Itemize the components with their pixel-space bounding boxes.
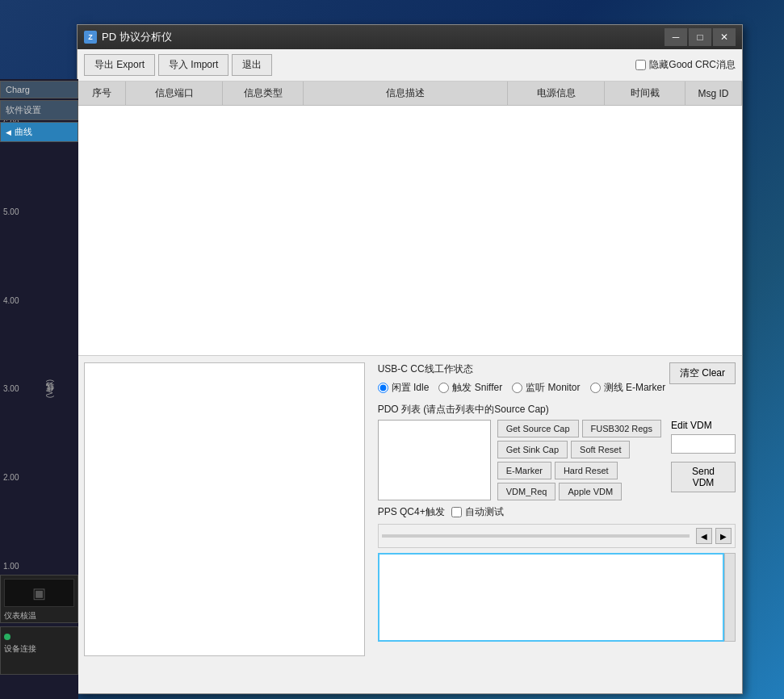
col-time: 时间截 xyxy=(605,82,685,105)
right-controls: USB-C CC线工作状态 闲置 Idle 触发 Sniffer 监听 Moni… xyxy=(371,356,742,663)
edit-vdm-section: Edit VDM Send VDM xyxy=(671,420,736,500)
device-connect-panel: 设备连接 xyxy=(0,626,78,675)
get-sink-cap-button[interactable]: Get Sink Cap xyxy=(497,441,568,458)
get-source-cap-button[interactable]: Get Source Cap xyxy=(497,420,579,437)
triangle-icon: ◀ xyxy=(6,128,11,136)
bottom-panel: USB-C CC线工作状态 闲置 Idle 触发 Sniffer 监听 Moni… xyxy=(78,356,742,663)
fusb302-regs-button[interactable]: FUSB302 Regs xyxy=(582,420,661,437)
bottom-small-panels: ▣ 仪表核温 设备连接 xyxy=(0,575,78,675)
maximize-button[interactable]: □ xyxy=(689,28,711,46)
y-value-3: 3.00 xyxy=(3,384,19,393)
emarker-button[interactable]: E-Marker xyxy=(497,462,551,479)
col-port: 信息端口 xyxy=(126,82,223,105)
close-button[interactable]: ✕ xyxy=(713,28,736,46)
radio-emarker[interactable]: 测线 E-Marker xyxy=(590,381,666,395)
pdo-btn-row-2: Get Sink Cap Soft Reset xyxy=(497,441,661,458)
slider-track[interactable] xyxy=(382,534,690,538)
soft-reset-button[interactable]: Soft Reset xyxy=(571,441,630,458)
toolbar: 导出 Export 导入 Import 退出 隐藏Good CRC消息 xyxy=(78,49,742,82)
col-msgid: Msg ID xyxy=(685,82,742,105)
slider-arrows: ◀ ▶ xyxy=(696,528,732,544)
window-icon: Z xyxy=(84,31,97,44)
apple-vdm-button[interactable]: Apple VDM xyxy=(559,483,622,500)
clear-button[interactable]: 清空 Clear xyxy=(669,362,736,384)
sidebar-top: Charg 软件设置 ◀ 曲线 xyxy=(0,81,78,142)
hide-crc-label[interactable]: 隐藏Good CRC消息 xyxy=(635,58,736,72)
radio-monitor[interactable]: 监听 Monitor xyxy=(512,381,580,395)
temperature-label: 仪表核温 xyxy=(4,610,74,622)
auto-test-checkbox[interactable] xyxy=(451,507,462,517)
usb-status-section: USB-C CC线工作状态 闲置 Idle 触发 Sniffer 监听 Moni… xyxy=(378,362,736,398)
text-area-section xyxy=(378,553,736,656)
vdm-req-button[interactable]: VDM_Req xyxy=(497,483,556,500)
temperature-panel: ▣ 仪表核温 xyxy=(0,575,78,623)
edit-vdm-title: Edit VDM xyxy=(671,420,736,431)
sidebar-item-charg[interactable]: Charg xyxy=(0,81,78,98)
y-value-2: 2.00 xyxy=(3,473,19,482)
pdo-list[interactable] xyxy=(378,420,491,500)
col-desc: 信息描述 xyxy=(304,82,508,105)
sidebar-item-software[interactable]: 软件设置 xyxy=(0,100,78,120)
slider-right-button[interactable]: ▶ xyxy=(715,528,732,544)
image-area xyxy=(84,362,365,656)
y-value-1: 1.00 xyxy=(3,562,19,571)
window-title: PD 协议分析仪 xyxy=(102,30,665,44)
quit-button[interactable]: 退出 xyxy=(232,54,272,76)
slider-left-button[interactable]: ◀ xyxy=(696,528,712,544)
pdo-buttons: Get Source Cap FUSB302 Regs Get Sink Cap… xyxy=(497,420,661,500)
pdo-title: PDO 列表 (请点击列表中的Source Cap) xyxy=(378,403,736,416)
import-button[interactable]: 导入 Import xyxy=(158,54,228,76)
pdo-controls-wrapper: Get Source Cap FUSB302 Regs Get Sink Cap… xyxy=(378,420,736,500)
vdm-input[interactable] xyxy=(671,434,736,454)
pdo-btn-row-3: E-Marker Hard Reset xyxy=(497,462,661,479)
pps-label: PPS QC4+触发 xyxy=(378,505,445,519)
chart-y-label: 代线(Volt) xyxy=(44,379,56,398)
col-power: 电源信息 xyxy=(508,82,605,105)
minimize-button[interactable]: ─ xyxy=(665,28,687,46)
table-header: 序号 信息端口 信息类型 信息描述 电源信息 时间截 Msg ID xyxy=(78,82,742,106)
main-window: Z PD 协议分析仪 ─ □ ✕ 导出 Export 导入 Import 退出 … xyxy=(77,24,743,694)
y-value-4: 4.00 xyxy=(3,296,19,305)
pdo-btn-row-4: VDM_Req Apple VDM xyxy=(497,483,661,500)
main-textarea[interactable] xyxy=(378,553,724,642)
slider-area[interactable]: ◀ ▶ xyxy=(378,524,736,548)
col-seqno: 序号 xyxy=(78,82,126,105)
radio-idle[interactable]: 闲置 Idle xyxy=(378,381,430,395)
device-connect-label: 设备连接 xyxy=(4,643,74,655)
sidebar-item-curve[interactable]: ◀ 曲线 xyxy=(0,122,78,142)
pdo-btn-row-1: Get Source Cap FUSB302 Regs xyxy=(497,420,661,437)
pps-section: PPS QC4+触发 自动测试 xyxy=(378,505,736,519)
export-button[interactable]: 导出 Export xyxy=(84,54,155,76)
title-bar: Z PD 协议分析仪 ─ □ ✕ xyxy=(78,25,742,49)
title-bar-controls: ─ □ ✕ xyxy=(665,28,736,46)
y-value-5: 5.00 xyxy=(3,207,19,216)
auto-test-label[interactable]: 自动测试 xyxy=(451,505,504,519)
textarea-scrollbar[interactable] xyxy=(724,553,736,642)
table-body[interactable] xyxy=(78,106,742,356)
radio-sniffer[interactable]: 触发 Sniffer xyxy=(438,381,502,395)
hard-reset-button[interactable]: Hard Reset xyxy=(555,462,618,479)
hide-crc-checkbox[interactable] xyxy=(635,60,646,70)
col-type: 信息类型 xyxy=(223,82,304,105)
connection-indicator xyxy=(4,634,10,640)
pdo-section: PDO 列表 (请点击列表中的Source Cap) Get Source Ca… xyxy=(378,403,736,500)
send-vdm-button[interactable]: Send VDM xyxy=(671,462,736,492)
